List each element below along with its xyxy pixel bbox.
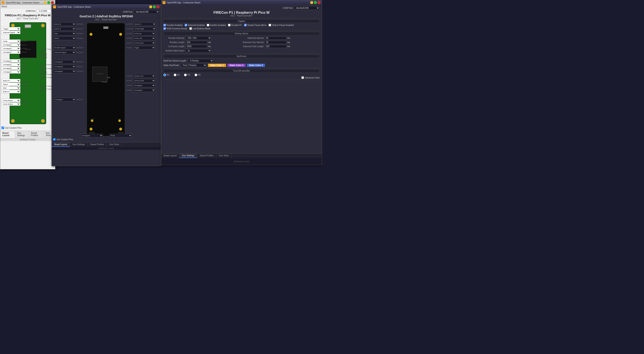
radio-p3-input[interactable] [184, 74, 187, 76]
solenoid-hold-input[interactable] [265, 45, 286, 48]
w2-gpio8-select[interactable]: D-Pad Left [133, 36, 156, 40]
gpio13-select[interactable]: Button A [2, 90, 20, 93]
radio-p2-input[interactable] [174, 74, 176, 76]
use-custom-pins-checkbox-win1[interactable] [2, 127, 4, 129]
rumble-intensity-select[interactable]: 255 / 255 [186, 36, 212, 40]
gpio0-select[interactable]: Trigger [2, 27, 20, 30]
tab-saved-profiles-win1[interactable]: Saved Profiles [29, 131, 44, 138]
gpio12-select[interactable]: Start [2, 86, 20, 90]
status-text-win2: [Nothing To Save] [99, 147, 114, 150]
w2-gpio-row-25: Solenoid Signal <GPIO25> [53, 50, 86, 55]
w2-gpio27-select[interactable]: Button A [53, 27, 76, 31]
gpio14-select[interactable]: Pump Action [2, 99, 20, 102]
close-btn-win3[interactable]: ✕ [318, 1, 320, 4]
w2-gpio9-select[interactable]: D-Pad Up [133, 32, 156, 35]
w2-gpio0-select[interactable]: Unmapped [133, 84, 156, 87]
w2-gpio12-select[interactable]: Unmapped [53, 98, 76, 101]
gpio5-select[interactable]: Unmapped [2, 50, 20, 54]
w2-gpio7-select[interactable]: D-Pad Down [133, 41, 156, 45]
tab-gun-settings-win3[interactable]: Gun Settings [180, 154, 197, 158]
w2-gpio19-select[interactable]: Unmapped [53, 65, 76, 68]
w2-gpio6-select[interactable]: Trigger [133, 46, 156, 49]
tab-board-layout-win1[interactable]: Board Layout [0, 131, 15, 138]
w2-gpio10-select[interactable]: D-Pad Right [134, 27, 156, 31]
gpio9-select[interactable]: Unmapped [2, 70, 20, 74]
static-color-2-btn[interactable]: Static Color 2 [227, 64, 245, 67]
gpio10-select[interactable]: Button B [2, 79, 20, 82]
com-port-select-win1[interactable]: \\.\COM5 [37, 9, 54, 13]
close-btn-win2[interactable]: ✕ [156, 5, 160, 8]
w2-gpio1-select[interactable]: Unmapped [133, 88, 156, 92]
toggle-holdpause-checkbox[interactable] [268, 24, 271, 26]
tab-board-layout-win3[interactable]: Board Layout [161, 154, 180, 158]
gpio7-select[interactable]: Unmapped [2, 63, 20, 66]
w2-gpio24-select[interactable]: Rumble Signal [53, 46, 76, 49]
w2-gpio5-select[interactable]: Unmapped [80, 134, 103, 138]
menu-bar-win1[interactable]: About [0, 5, 55, 8]
static-color-1-btn[interactable]: Static Color 1 [208, 64, 226, 67]
toggle-rumbleff-checkbox[interactable] [228, 24, 230, 26]
com-port-select-win3[interactable]: /dev/ttyACM0 [294, 6, 320, 10]
gpio2-select[interactable]: Pedal [2, 39, 20, 43]
rumble-length-input[interactable] [186, 41, 207, 44]
toggle-autofire-checkbox[interactable] [207, 24, 209, 26]
minimize-btn-win1[interactable]: − [44, 1, 46, 4]
tab-gun-tests-win2[interactable]: Gun Tests [107, 142, 122, 147]
gpio8-select[interactable]: Unmapped [2, 66, 20, 70]
strand-length-select[interactable]: 3 Pixel(s) [188, 59, 214, 63]
to-pause-length-input[interactable] [186, 45, 207, 48]
gpio6-select[interactable]: Unmapped [2, 59, 20, 63]
autofire-wait-select[interactable]: 3x [186, 49, 212, 52]
toggle-simplepause-checkbox[interactable] [244, 24, 247, 26]
about-menu[interactable]: About [2, 5, 7, 8]
maximize-btn-win2[interactable]: □ [153, 5, 156, 8]
maximize-btn-win1[interactable]: □ [47, 1, 50, 4]
gpio1-select[interactable]: Solenoid Signal [2, 31, 20, 34]
to-pause-unit: ms [208, 45, 211, 48]
close-btn-win1[interactable]: ✕ [51, 1, 54, 4]
solenoid-fast-interval-input[interactable] [265, 41, 286, 44]
tab-bar-win3: Board Layout Gun Settings Saved Profiles… [161, 153, 322, 158]
maximize-btn-win3[interactable]: □ [314, 1, 317, 4]
w2-gpio29-select[interactable]: Select [53, 36, 76, 40]
w2-gpio11-select[interactable]: Button C [134, 22, 156, 26]
gpio4-select[interactable]: Unmapped [2, 47, 20, 50]
gpio3-select[interactable]: Unmapped [2, 43, 20, 46]
w2-gpio26-select[interactable]: Button B [53, 22, 76, 26]
tab-bar-win3-container: Board Layout Gun Settings Saved Profiles… [161, 153, 322, 158]
advanced-view-checkbox[interactable] [302, 76, 304, 79]
w2-gpio20-select[interactable]: Unmapped [53, 69, 76, 73]
toggle-solenoid-checkbox[interactable] [184, 24, 187, 26]
toggle-lowbuttons-checkbox[interactable] [189, 27, 192, 30]
radio-p4-input[interactable] [194, 74, 197, 76]
static-neopixels-select[interactable]: First 2 Pixel(s) [181, 63, 207, 67]
use-custom-pins-checkbox-win2[interactable] [53, 138, 56, 141]
w2-gpio28-select[interactable]: Start [53, 32, 76, 35]
solenoid-interval-input[interactable] [265, 36, 286, 40]
toggle-rumble-checkbox[interactable] [163, 24, 166, 26]
tab-gun-tests-win3[interactable]: Gun Tests [216, 154, 232, 158]
static-color-3-btn[interactable]: Static Color 3 [247, 64, 265, 67]
toggle-rgbanode-checkbox[interactable] [163, 27, 166, 30]
tab-gun-settings-win1[interactable]: Gun Settings [15, 131, 29, 138]
tab-saved-profiles-win2[interactable]: Saved Profiles [88, 142, 107, 147]
gpio-row-15: Home Button <GPIO15> [2, 102, 30, 106]
tab-board-layout-win2[interactable]: Board Layout [52, 142, 70, 147]
w2-gpio2-select[interactable]: Camera SDA [133, 79, 156, 83]
com-port-select-win2[interactable]: /dev/ttyACM0 [134, 10, 160, 14]
w2-gpio18-select[interactable]: Unmapped [53, 60, 76, 64]
w2-gpio4-select[interactable]: Pedal [110, 134, 132, 138]
use-custom-pins-label-win2: Use Custom Pins [56, 138, 73, 141]
minimize-btn-win2[interactable]: − [149, 5, 152, 8]
minimize-btn-win3[interactable]: − [310, 1, 313, 4]
rumble-length-label: Rumble Length: [163, 41, 185, 43]
rumble-length-unit: ms [208, 41, 211, 43]
radio-p1-label: P1 [167, 74, 169, 76]
tab-saved-profiles-win3[interactable]: Saved Profiles [197, 154, 216, 158]
radio-p1-input[interactable] [163, 74, 166, 76]
tab-gun-settings-win2[interactable]: Gun Settings [70, 142, 88, 147]
w2-gpio25-select[interactable]: Solenoid Signal [53, 51, 76, 54]
gpio15-select[interactable]: Home Button [2, 102, 20, 106]
gpio11-select[interactable]: Select [2, 83, 20, 86]
w2-gpio3-select[interactable]: Camera SCL [133, 74, 156, 78]
